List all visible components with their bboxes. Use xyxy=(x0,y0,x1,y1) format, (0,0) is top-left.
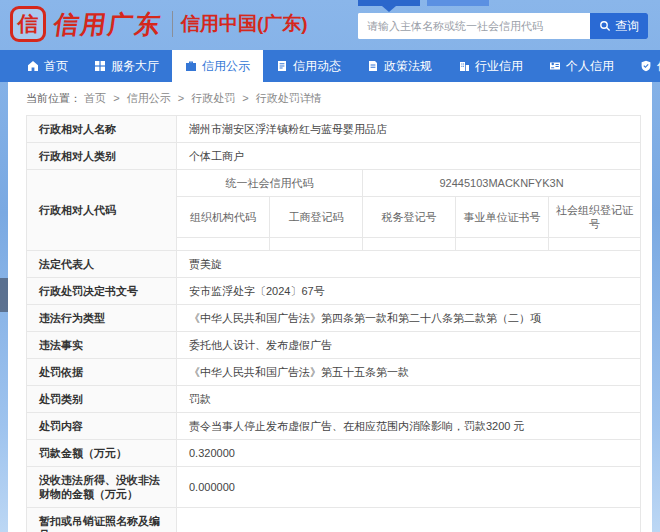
site-brand: 信 信用广东 信用中国(广东) xyxy=(10,6,308,42)
code-value xyxy=(270,238,363,251)
nav-label: 信用公示 xyxy=(202,58,250,75)
row-label: 行政处罚决定书文号 xyxy=(27,278,177,305)
uscc-value: 92445103MACKNFYK3N xyxy=(363,170,641,197)
row-label: 罚款金额（万元） xyxy=(27,440,177,467)
row-value: 个体工商户 xyxy=(177,143,641,170)
table-row: 法定代表人 贾美旋 xyxy=(27,251,641,278)
nav-label: 个人信用 xyxy=(566,58,614,75)
row-label: 行政相对人名称 xyxy=(27,116,177,143)
shield-check-icon xyxy=(640,60,652,72)
briefcase-icon xyxy=(185,60,197,72)
nav-item-credit-commitment[interactable]: 信用承诺 xyxy=(627,50,660,82)
breadcrumb-admin-penalty[interactable]: 行政处罚 xyxy=(191,92,235,104)
code-header: 社会组织登记证号 xyxy=(549,197,641,238)
search-tabs xyxy=(358,0,648,6)
site-title: 信用中国(广东) xyxy=(181,11,308,37)
policy-doc-icon xyxy=(367,60,379,72)
nav-label: 行业信用 xyxy=(475,58,523,75)
nav-item-credit-news[interactable]: 信用动态 xyxy=(263,50,354,82)
nav-label: 服务大厅 xyxy=(111,58,159,75)
background-photo-detail xyxy=(0,278,8,312)
nav-label: 政策法规 xyxy=(384,58,432,75)
search-tab-inactive[interactable] xyxy=(427,0,489,6)
row-label: 违法行为类型 xyxy=(27,305,177,332)
row-value: 安市监浮处字〔2024〕67号 xyxy=(177,278,641,305)
code-header: 组织机构代码 xyxy=(177,197,270,238)
row-label: 行政相对人代码 xyxy=(27,170,177,251)
magnifier-icon xyxy=(599,20,611,32)
table-row-codes: 行政相对人代码 统一社会信用代码 92445103MACKNFYK3N xyxy=(27,170,641,197)
building-icon xyxy=(458,60,470,72)
grid-icon xyxy=(94,60,106,72)
penalty-detail-table: 行政相对人名称 潮州市潮安区浮洋镇粉红与蓝母婴用品店 行政相对人类别 个体工商户… xyxy=(26,115,641,532)
row-value: 责令当事人停止发布虚假广告、在相应范围内消除影响，罚款3200 元 xyxy=(177,413,641,440)
row-value: 0.000000 xyxy=(177,467,641,508)
code-header: 工商登记码 xyxy=(270,197,363,238)
breadcrumb-separator: > xyxy=(178,92,184,104)
code-value xyxy=(177,238,270,251)
nav-item-credit-publicity[interactable]: 信用公示 xyxy=(172,50,263,82)
nav-item-service-hall[interactable]: 服务大厅 xyxy=(81,50,172,82)
breadcrumb-home[interactable]: 首页 xyxy=(84,92,106,104)
code-header: 税务登记号 xyxy=(363,197,456,238)
row-value: 《中华人民共和国广告法》第五十五条第一款 xyxy=(177,359,641,386)
breadcrumb-separator: > xyxy=(242,92,248,104)
table-row: 行政处罚决定书文号 安市监浮处字〔2024〕67号 xyxy=(27,278,641,305)
row-label: 处罚类别 xyxy=(27,386,177,413)
nav-label: 首页 xyxy=(44,58,68,75)
row-label: 违法事实 xyxy=(27,332,177,359)
table-row: 处罚依据 《中华人民共和国广告法》第五十五条第一款 xyxy=(27,359,641,386)
breadcrumb-credit-publicity[interactable]: 信用公示 xyxy=(127,92,171,104)
home-icon xyxy=(27,60,39,72)
row-value xyxy=(177,508,641,532)
code-value xyxy=(549,238,641,251)
row-value: 《中华人民共和国广告法》第四条第一款和第二十八条第二款第（二）项 xyxy=(177,305,641,332)
search-area: 查询 xyxy=(358,0,648,39)
search-button-label: 查询 xyxy=(615,18,639,35)
main-content: 当前位置： 首页 > 信用公示 > 行政处罚 > 行政处罚详情 行政相对人名称 … xyxy=(8,82,652,532)
brand-divider xyxy=(172,11,173,37)
search-tab-active[interactable] xyxy=(358,0,420,6)
table-row: 行政相对人类别 个体工商户 xyxy=(27,143,641,170)
breadcrumb-current: 行政处罚详情 xyxy=(256,92,322,104)
table-row: 违法事实 委托他人设计、发布虚假广告 xyxy=(27,332,641,359)
main-nav: 首页 服务大厅 信用公示 信用动态 政策法规 行业信用 xyxy=(0,50,660,82)
row-value: 委托他人设计、发布虚假广告 xyxy=(177,332,641,359)
row-label: 法定代表人 xyxy=(27,251,177,278)
row-label: 处罚内容 xyxy=(27,413,177,440)
uscc-label: 统一社会信用代码 xyxy=(177,170,363,197)
breadcrumb: 当前位置： 首页 > 信用公示 > 行政处罚 > 行政处罚详情 xyxy=(8,82,652,113)
nav-item-policy[interactable]: 政策法规 xyxy=(354,50,445,82)
row-label: 处罚依据 xyxy=(27,359,177,386)
row-label: 没收违法所得、没收非法财物的金额（万元） xyxy=(27,467,177,508)
brand-calligraphy: 信用广东 xyxy=(52,8,165,41)
row-value: 罚款 xyxy=(177,386,641,413)
table-row: 违法行为类型 《中华人民共和国广告法》第四条第一款和第二十八条第二款第（二）项 xyxy=(27,305,641,332)
breadcrumb-separator: > xyxy=(113,92,119,104)
search-input[interactable] xyxy=(358,13,590,39)
row-value: 0.320000 xyxy=(177,440,641,467)
search-button[interactable]: 查询 xyxy=(590,13,648,39)
row-label: 暂扣或吊销证照名称及编号 xyxy=(27,508,177,532)
row-label: 行政相对人类别 xyxy=(27,143,177,170)
row-value: 贾美旋 xyxy=(177,251,641,278)
row-value: 潮州市潮安区浮洋镇粉红与蓝母婴用品店 xyxy=(177,116,641,143)
table-row: 没收违法所得、没收非法财物的金额（万元） 0.000000 xyxy=(27,467,641,508)
nav-item-home[interactable]: 首页 xyxy=(14,50,81,82)
code-header: 事业单位证书号 xyxy=(456,197,549,238)
news-icon xyxy=(276,60,288,72)
table-row: 处罚类别 罚款 xyxy=(27,386,641,413)
breadcrumb-prefix: 当前位置： xyxy=(26,92,81,104)
table-row: 行政相对人名称 潮州市潮安区浮洋镇粉红与蓝母婴用品店 xyxy=(27,116,641,143)
site-logo: 信 xyxy=(10,6,46,42)
site-header: 信 信用广东 信用中国(广东) 查询 xyxy=(0,0,660,50)
nav-item-industry-credit[interactable]: 行业信用 xyxy=(445,50,536,82)
nav-label: 信用动态 xyxy=(293,58,341,75)
nav-item-personal-credit[interactable]: 个人信用 xyxy=(536,50,627,82)
id-card-icon xyxy=(549,60,561,72)
table-row: 处罚内容 责令当事人停止发布虚假广告、在相应范围内消除影响，罚款3200 元 xyxy=(27,413,641,440)
code-value xyxy=(363,238,456,251)
table-row: 罚款金额（万元） 0.320000 xyxy=(27,440,641,467)
code-value xyxy=(456,238,549,251)
table-row: 暂扣或吊销证照名称及编号 xyxy=(27,508,641,532)
